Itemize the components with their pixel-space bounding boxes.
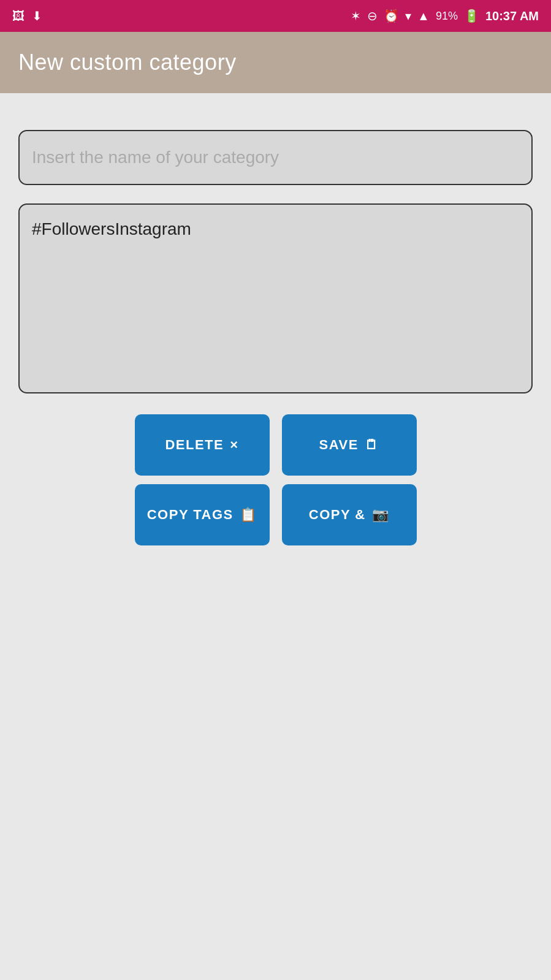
image-icon: 🖼 [12,10,25,22]
copy-and-icon: 📷 [372,507,390,523]
battery-icon: 🔋 [464,10,479,22]
buttons-container: DELETE × SAVE 🗒 COPY TAGS 📋 COPY & 📷 [18,414,533,545]
save-icon: 🗒 [365,437,379,453]
copy-tags-button[interactable]: COPY TAGS 📋 [135,484,270,545]
wifi-icon: ▾ [405,10,411,22]
page-title: New custom category [18,50,237,75]
bottom-area [18,545,533,760]
bluetooth-icon: ✶ [351,10,361,22]
buttons-row-1: DELETE × SAVE 🗒 [135,414,417,476]
copy-tags-icon: 📋 [240,507,257,523]
download-icon: ⬇ [32,10,42,22]
alarm-icon: ⏰ [384,10,399,22]
battery-percent: 91% [436,10,458,23]
status-bar-right-icons: ✶ ⊖ ⏰ ▾ ▲ 91% 🔋 10:37 AM [351,9,539,23]
category-name-input[interactable] [18,130,533,185]
save-button[interactable]: SAVE 🗒 [282,414,417,476]
minus-circle-icon: ⊖ [367,10,378,22]
status-bar-left-icons: 🖼 ⬇ [12,10,42,22]
delete-label: DELETE [165,437,224,453]
delete-icon: × [230,437,238,453]
copy-tags-label: COPY TAGS [147,507,234,523]
copy-and-button[interactable]: COPY & 📷 [282,484,417,545]
signal-icon: ▲ [417,10,430,22]
status-bar: 🖼 ⬇ ✶ ⊖ ⏰ ▾ ▲ 91% 🔋 10:37 AM [0,0,551,32]
tags-textarea[interactable]: #FollowersInstagram [18,203,533,393]
app-bar: New custom category [0,32,551,93]
delete-button[interactable]: DELETE × [135,414,270,476]
time-display: 10:37 AM [485,9,539,23]
buttons-row-2: COPY TAGS 📋 COPY & 📷 [135,484,417,545]
copy-and-label: COPY & [309,507,366,523]
save-label: SAVE [319,437,359,453]
main-content: #FollowersInstagram DELETE × SAVE 🗒 COPY… [0,93,551,980]
